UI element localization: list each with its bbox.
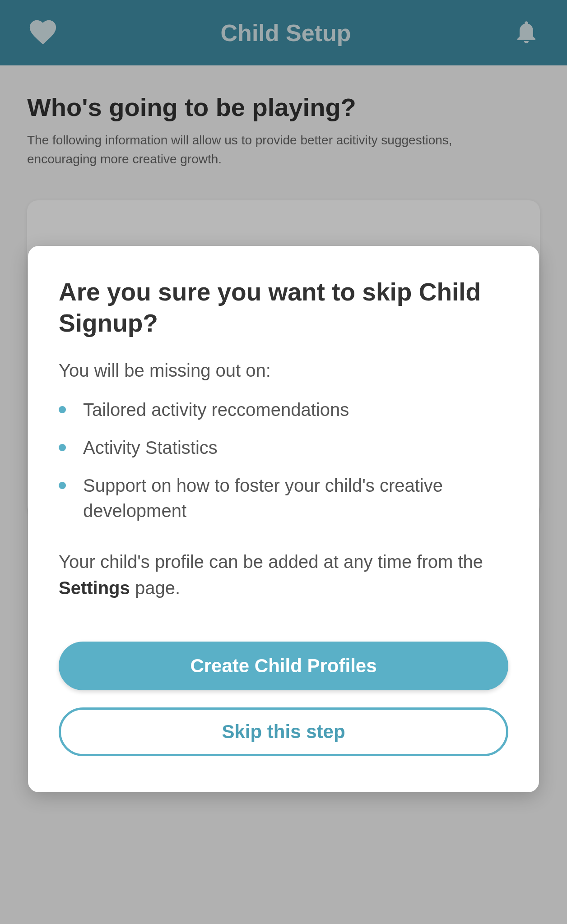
modal-note-prefix: Your child's profile can be added at any… (59, 552, 483, 572)
modal-note: Your child's profile can be added at any… (59, 549, 508, 601)
modal-bullet-list: Tailored activity reccomendations Activi… (59, 397, 508, 523)
create-child-profiles-button[interactable]: Create Child Profiles (59, 642, 508, 690)
modal-note-bold: Settings (59, 578, 130, 598)
modal-note-suffix: page. (130, 578, 180, 598)
list-item: Activity Statistics (59, 435, 508, 460)
skip-this-step-button[interactable]: Skip this step (59, 707, 508, 756)
list-item: Tailored activity reccomendations (59, 397, 508, 422)
modal-title: Are you sure you want to skip Child Sign… (59, 277, 508, 339)
skip-signup-modal: Are you sure you want to skip Child Sign… (28, 246, 539, 792)
list-item: Support on how to foster your child's cr… (59, 473, 508, 523)
modal-overlay[interactable]: Are you sure you want to skip Child Sign… (0, 0, 567, 924)
modal-lead: You will be missing out on: (59, 360, 508, 381)
